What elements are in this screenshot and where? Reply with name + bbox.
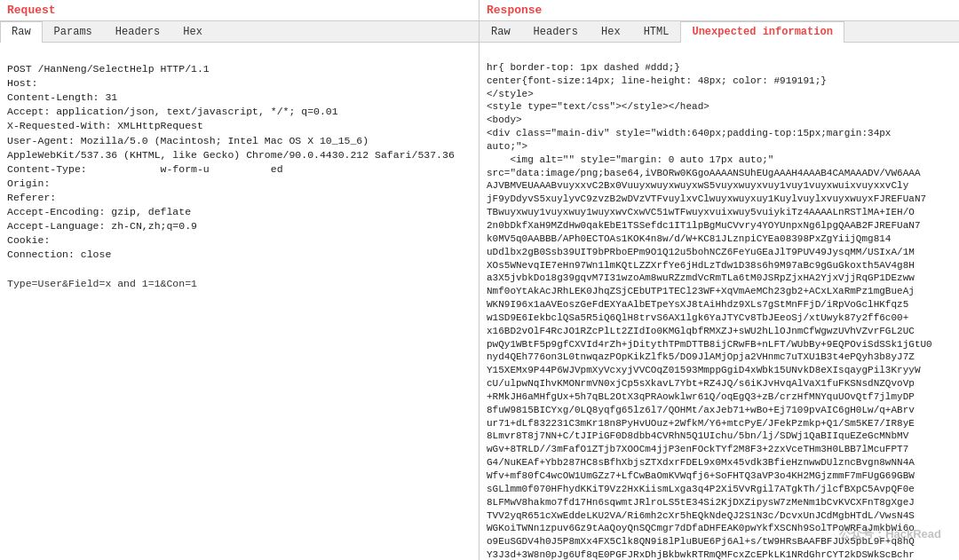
response-header: Response: [480, 0, 959, 21]
tab-headers-response[interactable]: Headers: [522, 21, 590, 42]
tab-html-response[interactable]: HTML: [632, 21, 681, 42]
request-tab-bar: Raw Params Headers Hex: [0, 21, 479, 43]
response-tab-bar: Raw Headers Hex HTML Unexpected informat…: [480, 21, 959, 43]
request-line: POST /HanNeng/SelectHelp HTTP/1.1 Host: …: [7, 63, 455, 288]
request-content: POST /HanNeng/SelectHelp HTTP/1.1 Host: …: [0, 43, 479, 560]
response-panel: Response Raw Headers Hex HTML Unexpected…: [480, 0, 959, 560]
tab-raw-response[interactable]: Raw: [480, 21, 522, 42]
response-line-1: hr{ border-top: 1px dashed #ddd;} center…: [487, 62, 952, 560]
main-container: Request Raw Params Headers Hex POST /Han…: [0, 0, 959, 560]
request-panel: Request Raw Params Headers Hex POST /Han…: [0, 0, 480, 560]
tab-hex-response[interactable]: Hex: [590, 21, 632, 42]
tab-unexpected-information[interactable]: Unexpected information: [680, 21, 844, 43]
tab-headers-request[interactable]: Headers: [104, 21, 171, 42]
tab-params[interactable]: Params: [43, 21, 104, 42]
tab-hex-request[interactable]: Hex: [171, 21, 214, 42]
tab-raw-request[interactable]: Raw: [0, 21, 43, 43]
request-header: Request: [0, 0, 479, 21]
response-content: hr{ border-top: 1px dashed #ddd;} center…: [480, 43, 959, 560]
